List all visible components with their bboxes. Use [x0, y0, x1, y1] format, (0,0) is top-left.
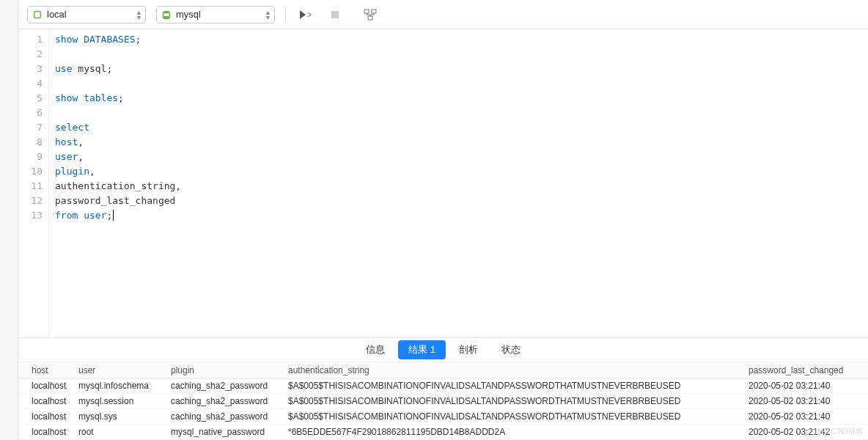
connection-label: local [47, 9, 133, 20]
cell-pwd[interactable]: 2020-05-02 03:21:40 [743, 396, 868, 406]
stop-button[interactable] [326, 6, 345, 23]
left-gutter [0, 0, 18, 440]
cell-user[interactable]: mysql.sys [78, 411, 171, 422]
cell-plugin[interactable]: caching_sha2_password [171, 381, 288, 391]
svg-rect-5 [364, 10, 369, 13]
tab-status[interactable]: 状态 [491, 340, 531, 359]
svg-rect-1 [35, 12, 40, 17]
explain-button[interactable] [361, 6, 380, 23]
table-row[interactable]: localhostrootmysql_native_password*6B5ED… [18, 425, 868, 440]
cell-plugin[interactable]: caching_sha2_password [171, 411, 288, 422]
main-panel: local ▴▾ mysql ▴▾ 12345678910111213 show… [18, 0, 868, 440]
cell-auth[interactable]: *6B5EDDE567F4F29018862811195DBD14B8ADDD2… [288, 427, 743, 437]
cell-user[interactable]: mysql.session [78, 396, 171, 406]
cell-user[interactable]: mysql.infoschema [78, 381, 171, 391]
cell-host[interactable]: localhost [18, 427, 78, 437]
col-pwd[interactable]: password_last_changed [743, 365, 868, 375]
cell-auth[interactable]: $A$005$THISISACOMBINATIONOFINVALIDSALTAN… [288, 396, 743, 406]
chevron-updown-icon: ▴▾ [266, 10, 270, 20]
separator [285, 7, 286, 22]
schema-selector[interactable]: mysql ▴▾ [156, 6, 275, 23]
col-plugin[interactable]: plugin [171, 365, 288, 375]
result-tabs: 信息 结果 1 剖析 状态 [18, 337, 868, 362]
sql-editor[interactable]: 12345678910111213 show DATABASES; use my… [18, 29, 868, 337]
svg-point-3 [163, 15, 170, 18]
col-host[interactable]: host [18, 365, 78, 375]
svg-rect-7 [368, 16, 372, 20]
database-icon [161, 10, 172, 20]
table-row[interactable]: localhostmysql.syscaching_sha2_password$… [18, 409, 868, 425]
col-auth[interactable]: authentication_string [288, 365, 743, 375]
tab-info[interactable]: 信息 [356, 340, 395, 359]
cell-auth[interactable]: $A$005$THISISACOMBINATIONOFINVALIDSALTAN… [288, 381, 743, 391]
watermark: @51CTO博客 [814, 426, 864, 437]
grid-header: host user plugin authentication_string p… [18, 362, 868, 378]
toolbar: local ▴▾ mysql ▴▾ [18, 0, 868, 29]
table-row[interactable]: localhostmysql.sessioncaching_sha2_passw… [18, 394, 868, 409]
cell-pwd[interactable]: 2020-05-02 03:21:40 [743, 381, 868, 391]
svg-rect-4 [331, 11, 339, 18]
cell-host[interactable]: localhost [18, 411, 78, 422]
cell-user[interactable]: root [78, 427, 171, 437]
schema-label: mysql [176, 9, 262, 20]
connection-selector[interactable]: local ▴▾ [27, 6, 146, 23]
col-user[interactable]: user [78, 365, 171, 375]
run-button[interactable] [296, 6, 315, 23]
cell-host[interactable]: localhost [18, 396, 78, 406]
line-numbers: 12345678910111213 [18, 29, 49, 337]
code-area[interactable]: show DATABASES; use mysql; show tables; … [49, 29, 868, 337]
connection-icon [32, 10, 43, 20]
cell-host[interactable]: localhost [18, 381, 78, 391]
chevron-updown-icon: ▴▾ [137, 10, 141, 20]
results-grid: host user plugin authentication_string p… [18, 362, 868, 440]
tab-result[interactable]: 结果 1 [398, 340, 446, 359]
svg-rect-6 [372, 10, 376, 13]
svg-point-2 [163, 10, 170, 13]
tab-profile[interactable]: 剖析 [449, 340, 488, 359]
cell-auth[interactable]: $A$005$THISISACOMBINATIONOFINVALIDSALTAN… [288, 411, 743, 422]
cell-plugin[interactable]: caching_sha2_password [171, 396, 288, 406]
cell-pwd[interactable]: 2020-05-02 03:21:40 [743, 411, 868, 422]
table-row[interactable]: localhostmysql.infoschemacaching_sha2_pa… [18, 378, 868, 394]
cell-plugin[interactable]: mysql_native_password [171, 427, 288, 437]
